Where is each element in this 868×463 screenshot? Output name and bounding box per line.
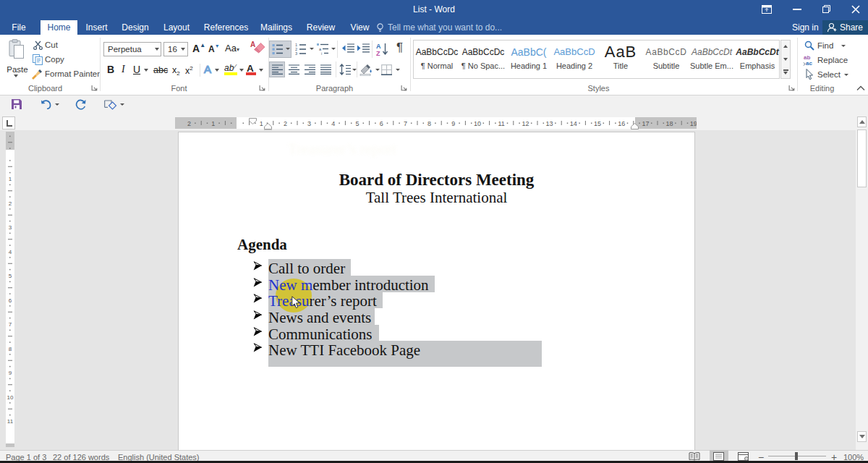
svg-text:A: A (250, 41, 255, 48)
svg-text:A: A (376, 43, 381, 50)
svg-text:9: 9 (9, 370, 12, 376)
svg-text:18: 18 (666, 120, 673, 127)
svg-text:11: 11 (7, 418, 14, 425)
svg-text:5: 5 (355, 120, 359, 127)
svg-text:4: 4 (9, 249, 12, 255)
svg-text:19: 19 (690, 120, 697, 127)
svg-text:ac: ac (806, 60, 812, 66)
svg-text:7: 7 (9, 321, 12, 328)
svg-text:4: 4 (331, 120, 335, 127)
svg-text:10: 10 (474, 120, 481, 127)
svg-text:12: 12 (522, 120, 529, 127)
svg-text:6: 6 (380, 120, 383, 127)
svg-text:10: 10 (7, 394, 14, 401)
svg-text:7: 7 (404, 120, 407, 127)
svg-text:6: 6 (9, 297, 12, 304)
svg-text:3: 3 (307, 120, 311, 127)
svg-text:1: 1 (211, 120, 215, 127)
svg-text:1: 1 (260, 120, 263, 127)
svg-text:11: 11 (498, 120, 505, 127)
svg-text:2: 2 (9, 200, 12, 207)
svg-text:1: 1 (9, 176, 12, 182)
svg-text:Z: Z (376, 50, 380, 56)
svg-text:16: 16 (618, 120, 625, 127)
svg-text:8: 8 (427, 120, 431, 127)
svg-text:13: 13 (546, 120, 553, 127)
svg-text:2: 2 (187, 120, 191, 127)
svg-text:2: 2 (284, 120, 287, 127)
svg-text:8: 8 (9, 346, 12, 352)
svg-text:9: 9 (451, 120, 455, 127)
svg-text:5: 5 (9, 273, 12, 279)
svg-text:15: 15 (594, 120, 601, 127)
svg-text:3: 3 (295, 51, 297, 55)
svg-text:14: 14 (570, 120, 577, 127)
svg-text:i: i (321, 51, 322, 56)
svg-text:17: 17 (642, 120, 649, 127)
svg-text:3: 3 (9, 224, 12, 231)
